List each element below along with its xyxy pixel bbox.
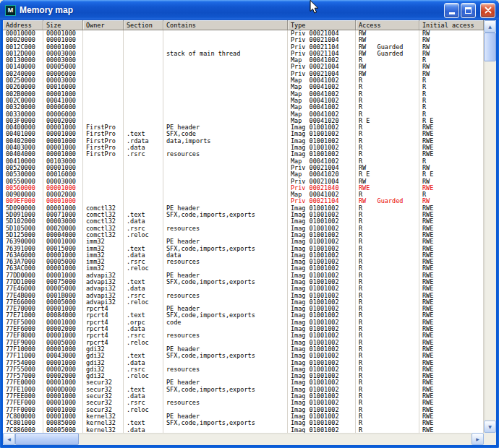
memory-row-00520000[interactable]: 0052000000001000Priv 00021004RWRW <box>3 165 484 171</box>
scroll-right-button[interactable]: ▶ <box>472 433 484 445</box>
memory-row-77E46000[interactable]: 77E4600000005000advapi32.dataImag 010010… <box>3 285 484 292</box>
memory-row-00020000[interactable]: 0002000000001000Priv 00021004RWRW <box>3 37 484 43</box>
memory-row-77E66000[interactable]: 77E6600000005000advapi32.relocImag 01001… <box>3 299 484 306</box>
memory-row-77F11000[interactable]: 77F1100000043000gdi32.textSFX,code,impor… <box>3 353 484 359</box>
memory-row-77F57000[interactable]: 77F5700000002000gdi32.relocImag 01001002… <box>3 373 484 379</box>
cell-contains: resources <box>163 400 288 406</box>
memory-row-00403000[interactable]: 0040300000001000FirstPro.dataImag 010010… <box>3 145 484 151</box>
memory-row-00404000[interactable]: 0040400000001000FirstPro.rsrcresourcesIm… <box>3 151 484 158</box>
column-header-type[interactable]: Type <box>288 20 356 30</box>
vertical-scroll-thumb[interactable] <box>484 33 496 61</box>
memory-row-76391000[interactable]: 7639100000015000imm32.textSFX,code,impor… <box>3 246 484 252</box>
memory-row-0012D000[interactable]: 0012D00000003000stack of main threadPriv… <box>3 51 484 57</box>
memory-row-77DD1000[interactable]: 77DD100000075000advapi32.textSFX,code,im… <box>3 279 484 285</box>
memory-row-7C800000[interactable]: 7C80000000001000kernel32PE headerImag 01… <box>3 413 484 420</box>
memory-row-5D105000[interactable]: 5D10500000020000comctl32.rsrcresourcesIm… <box>3 225 484 232</box>
memory-row-00320000[interactable]: 0032000000006000Map 00041002RR <box>3 104 484 111</box>
cell-address: 76390000 <box>3 238 43 245</box>
cell-initial-access: RWE <box>419 373 484 379</box>
cell-owner <box>83 118 124 124</box>
scroll-left-button[interactable]: ◀ <box>3 433 15 445</box>
memory-row-003F0000[interactable]: 003F000000002000Map 00041020R ER E <box>3 118 484 124</box>
cell-owner <box>83 37 124 43</box>
memory-row-0012C000[interactable]: 0012C00000001000Priv 00021104RW GuardedR… <box>3 44 484 51</box>
memory-row-00130000[interactable]: 0013000000003000Map 00041002RR <box>3 57 484 64</box>
column-header-contains[interactable]: Contains <box>163 20 288 30</box>
cell-address: 77EF9000 <box>3 340 43 346</box>
memory-row-77E4B000[interactable]: 77E4B0000001B000advapi32.rsrcresourcesIm… <box>3 293 484 299</box>
cell-size: 00016000 <box>43 84 83 90</box>
app-icon[interactable]: M <box>5 5 16 16</box>
memory-row-00010000[interactable]: 0001000000001000Priv 00021004RWRW <box>3 30 484 37</box>
memory-row-77FEF000[interactable]: 77FEF00000001000secur32.rsrcresourcesIma… <box>3 400 484 406</box>
cell-type: Imag 01001002 <box>288 427 356 433</box>
memory-row-763AC000[interactable]: 763AC00000001000imm32.relocImag 01001002… <box>3 265 484 272</box>
cell-initial-access: R E <box>419 118 484 124</box>
memory-row-00140000[interactable]: 0014000000005000Priv 00021004RWRW <box>3 64 484 70</box>
column-header-initial-access[interactable]: Initial access <box>419 20 484 30</box>
memory-row-00402000[interactable]: 0040200000001000FirstPro.rdatadata,impor… <box>3 138 484 145</box>
close-button[interactable] <box>480 3 495 18</box>
memory-row-00401000[interactable]: 0040100000001000FirstPro.textSFX,codeIma… <box>3 131 484 137</box>
memory-row-77EF8000[interactable]: 77EF800000001000rpcrt4.rsrcresourcesImag… <box>3 332 484 339</box>
memory-row-00250000[interactable]: 0025000000003000Map 00041002RR <box>3 77 484 84</box>
memory-row-77F54000[interactable]: 77F5400000001000gdi32.dataImag 01001002R… <box>3 360 484 366</box>
memory-row-00410000[interactable]: 0041000000103000Map 00041002RR <box>3 158 484 165</box>
memory-row-77EF5000[interactable]: 77EF500000001000rpcrt4.orpccodeImag 0100… <box>3 319 484 326</box>
vertical-scroll-track[interactable] <box>484 33 496 421</box>
memory-row-763A7000[interactable]: 763A700000005000imm32.rsrcresourcesImag … <box>3 259 484 265</box>
memory-row-77FE1000[interactable]: 77FE10000000D000secur32.textSFX,code,imp… <box>3 387 484 393</box>
memory-row-77DD0000[interactable]: 77DD000000001000advapi32PE headerImag 01… <box>3 272 484 279</box>
memory-row-77EF9000[interactable]: 77EF900000005000rpcrt4.relocImag 0100100… <box>3 340 484 346</box>
column-header-address[interactable]: Address <box>3 20 43 30</box>
memory-row-77F10000[interactable]: 77F1000000001000gdi32PE headerImag 01001… <box>3 346 484 353</box>
memory-row-763A6000[interactable]: 763A600000001000imm32.datadataImag 01001… <box>3 252 484 259</box>
memory-row-00550000[interactable]: 0055000000003000Priv 00021004RWRW <box>3 178 484 185</box>
cell-owner: FirstPro <box>83 131 124 137</box>
memory-row-00400000[interactable]: 0040000000001000FirstProPE headerImag 01… <box>3 124 484 131</box>
memory-row-5D091000[interactable]: 5D09100000071000comctl32.textSFX,code,im… <box>3 212 484 218</box>
column-header-access[interactable]: Access <box>356 20 419 30</box>
memory-row-76390000[interactable]: 7639000000001000imm32PE headerImag 01001… <box>3 238 484 245</box>
cell-access: R <box>356 84 419 90</box>
scroll-down-button[interactable]: ▼ <box>484 421 496 433</box>
memory-row-00330000[interactable]: 0033000000006000Map 00041002RR <box>3 111 484 118</box>
memory-row-5D102000[interactable]: 5D10200000003000comctl32.dataImag 010010… <box>3 218 484 225</box>
memory-row-002B0000[interactable]: 002B000000001000Map 00041002RR <box>3 91 484 98</box>
maximize-button[interactable] <box>461 3 476 18</box>
memory-row-00900000[interactable]: 0090000000002000Map 00041002RR <box>3 191 484 198</box>
memory-row-5D090000[interactable]: 5D09000000001000comctl32PE headerImag 01… <box>3 205 484 212</box>
memory-row-77F55000[interactable]: 77F5500000002000gdi32.rsrcresourcesImag … <box>3 366 484 373</box>
memory-row-7C801000[interactable]: 7C80100000085000kernel32.textSFX,code,im… <box>3 420 484 426</box>
cell-initial-access: RWE <box>419 252 484 259</box>
horizontal-scroll-thumb[interactable] <box>15 433 79 445</box>
memory-row-77FE0000[interactable]: 77FE000000001000secur32PE headerImag 010… <box>3 379 484 386</box>
cell-type: Imag 01001002 <box>288 205 356 212</box>
horizontal-scrollbar[interactable]: ◀ ▶ <box>3 433 484 445</box>
memory-row-5D125000[interactable]: 5D12500000004000comctl32.relocImag 01001… <box>3 232 484 238</box>
memory-row-7C886000[interactable]: 7C88600000005000kernel32.dataImag 010010… <box>3 427 484 433</box>
cell-owner: FirstPro <box>83 145 124 151</box>
memory-row-00560000[interactable]: 0056000000001000Priv 00021040RWERWE <box>3 185 484 191</box>
vertical-scrollbar[interactable]: ▲ ▼ <box>484 20 496 433</box>
horizontal-scroll-track[interactable] <box>15 433 472 445</box>
memory-row-00530000[interactable]: 0053000000016000Map 00041020R ER E <box>3 171 484 178</box>
memory-row-77FEE000[interactable]: 77FEE00000001000secur32.dataImag 0100100… <box>3 393 484 400</box>
cell-address: 77DD0000 <box>3 272 43 279</box>
cell-size: 00003000 <box>43 51 83 57</box>
column-header-owner[interactable]: Owner <box>83 20 124 30</box>
memory-row-77FF0000[interactable]: 77FF000000001000secur32.relocImag 010010… <box>3 407 484 413</box>
memory-row-77E70000[interactable]: 77E7000000001000rpcrt4PE headerImag 0100… <box>3 306 484 312</box>
memory-row-002C0000[interactable]: 002C000000041000Map 00041002RR <box>3 98 484 104</box>
memory-row-77E71000[interactable]: 77E7100000084000rpcrt4.textSFX,code,impo… <box>3 312 484 319</box>
column-header-size[interactable]: Size <box>43 20 83 30</box>
titlebar[interactable]: M Memory map <box>0 0 499 20</box>
minimize-button[interactable] <box>444 3 459 18</box>
memory-row-009EF000[interactable]: 009EF00000001000Priv 00021104RW GuardedR… <box>3 198 484 204</box>
scroll-up-button[interactable]: ▲ <box>484 20 496 33</box>
column-header-section[interactable]: Section <box>124 20 163 30</box>
memory-row-00240000[interactable]: 0024000000006000Priv 00021004RWRW <box>3 71 484 77</box>
memory-row-77EF6000[interactable]: 77EF600000002000rpcrt4.dataImag 01001002… <box>3 326 484 332</box>
cell-size: 00006000 <box>43 71 83 77</box>
memory-row-00260000[interactable]: 0026000000016000Map 00041002RR <box>3 84 484 90</box>
